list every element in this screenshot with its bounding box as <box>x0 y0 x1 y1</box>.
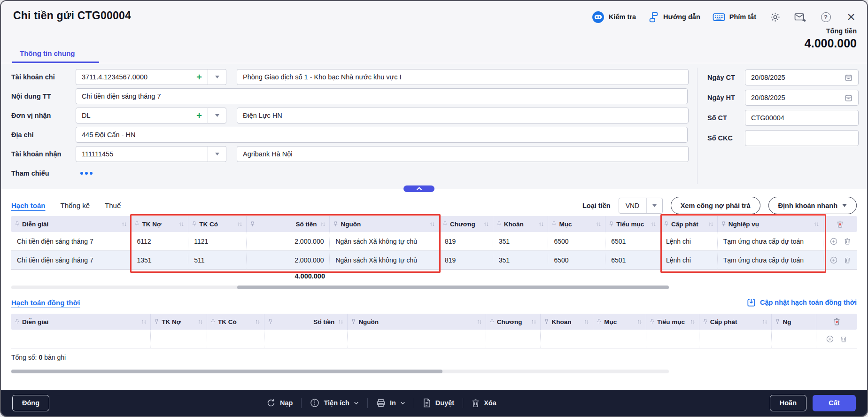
cell-tk-co[interactable] <box>207 330 264 348</box>
scrollbar-thumb[interactable] <box>237 286 669 289</box>
cell-tk-no[interactable]: 6112 <box>131 232 188 250</box>
calendar-icon[interactable] <box>845 94 852 102</box>
delete-column-icon[interactable] <box>837 220 844 228</box>
pin-icon[interactable] <box>650 319 654 324</box>
sort-icon[interactable] <box>708 222 713 227</box>
sort-icon[interactable] <box>596 222 601 227</box>
pin-icon[interactable] <box>703 319 707 324</box>
shortcut-button[interactable]: Phím tắt <box>713 12 756 22</box>
collapse-form-button[interactable] <box>403 185 434 192</box>
sort-icon[interactable] <box>690 319 695 324</box>
pin-icon[interactable] <box>192 221 196 227</box>
sort-icon[interactable] <box>338 319 343 324</box>
pin-icon[interactable] <box>155 319 159 324</box>
pin-icon[interactable] <box>664 221 668 227</box>
col-so-tien[interactable]: Số tiền <box>247 216 330 232</box>
save-button[interactable]: Cất <box>813 395 856 411</box>
account-recv-name-input[interactable]: Agribank Hà Nội <box>237 146 689 162</box>
cell-muc[interactable] <box>593 330 646 348</box>
pin-icon[interactable] <box>552 221 556 227</box>
col-tk-co[interactable]: TK Có <box>207 314 264 330</box>
pin-icon[interactable] <box>211 319 215 324</box>
cell-chuong[interactable] <box>486 330 541 348</box>
pin-icon[interactable] <box>497 221 501 227</box>
approve-button[interactable]: Duyệt <box>423 398 454 408</box>
cell-chuong[interactable]: 819 <box>439 251 493 269</box>
pin-icon[interactable] <box>135 221 139 227</box>
sort-icon[interactable] <box>637 319 642 324</box>
col-dien-giai[interactable]: Diễn giải <box>11 216 131 232</box>
address-input[interactable]: 445 Đội Cấn - HN <box>76 127 688 143</box>
tab-hach-toan-dong-thoi[interactable]: Hạch toán đồng thời <box>11 299 80 307</box>
account-recv-code-input[interactable]: 111111455 <box>76 146 208 162</box>
sort-icon[interactable] <box>531 319 536 324</box>
account-pay-code-input[interactable]: 3711.4.1234567.0000 + <box>76 69 208 85</box>
date-ht-input[interactable]: 20/08/2025 <box>745 90 859 106</box>
cell-tk-no[interactable] <box>151 330 207 348</box>
delete-row-icon[interactable] <box>840 335 847 342</box>
close-button[interactable]: × <box>845 10 858 23</box>
cell-nguon[interactable] <box>348 330 486 348</box>
cell-tk-co[interactable]: 511 <box>188 251 247 269</box>
sort-icon[interactable] <box>762 319 767 324</box>
quick-entry-button[interactable]: Định khoản nhanh <box>768 197 857 214</box>
col-nghiep-vu[interactable]: Nghiệp vụ <box>718 216 823 232</box>
reference-ellipsis-button[interactable] <box>80 172 93 175</box>
col-nguon[interactable]: Nguồn <box>348 314 486 330</box>
sort-icon[interactable] <box>141 319 147 324</box>
col-tk-no[interactable]: TK Nợ <box>151 314 207 330</box>
scrollbar-thumb[interactable] <box>11 370 442 373</box>
add-icon[interactable]: + <box>196 111 202 120</box>
pin-icon[interactable] <box>544 319 549 324</box>
account-pay-dropdown-button[interactable] <box>208 69 226 85</box>
col-chuong[interactable]: Chương <box>439 216 493 232</box>
account-recv-dropdown-button[interactable] <box>208 146 226 162</box>
pin-icon[interactable] <box>609 221 613 227</box>
tab-thue[interactable]: Thuế <box>105 201 121 209</box>
sort-icon[interactable] <box>179 222 184 227</box>
pin-icon[interactable] <box>443 221 447 227</box>
postpone-button[interactable]: Hoãn <box>770 395 806 411</box>
settings-button[interactable] <box>768 10 782 23</box>
cell-cap-phat[interactable] <box>699 330 772 348</box>
sort-icon[interactable] <box>430 222 435 227</box>
cell-tieu-muc[interactable]: 6501 <box>605 232 660 250</box>
send-mail-button[interactable] <box>794 10 807 23</box>
tab-thong-ke[interactable]: Thống kê <box>61 201 90 209</box>
delete-row-icon[interactable] <box>844 256 851 263</box>
receiver-dropdown-button[interactable] <box>208 108 226 124</box>
cell-nghiep-vu[interactable] <box>772 330 816 348</box>
delete-row-icon[interactable] <box>844 238 851 245</box>
pin-icon[interactable] <box>775 319 780 324</box>
pin-icon[interactable] <box>721 221 726 227</box>
add-icon[interactable]: + <box>196 72 202 82</box>
tab-general-info[interactable]: Thông tin chung <box>12 49 99 63</box>
delete-column-icon[interactable] <box>833 318 840 325</box>
col-tk-no[interactable]: TK Nợ <box>131 216 188 232</box>
col-muc[interactable]: Mục <box>593 314 646 330</box>
cell-muc[interactable]: 6500 <box>548 251 605 269</box>
add-row-icon[interactable] <box>826 335 834 343</box>
receiver-code-input[interactable]: DL + <box>76 108 208 124</box>
currency-select[interactable]: VND <box>619 198 663 214</box>
cell-dien-giai[interactable] <box>11 330 151 348</box>
col-khoan[interactable]: Khoản <box>541 314 593 330</box>
sort-icon[interactable] <box>255 319 260 324</box>
col-so-tien[interactable]: Số tiền <box>264 314 348 330</box>
add-row-icon[interactable] <box>830 238 837 245</box>
reload-button[interactable]: Nạp <box>266 398 293 408</box>
col-cap-phat[interactable]: Cấp phát <box>699 314 772 330</box>
pin-icon[interactable] <box>490 319 494 324</box>
pin-icon[interactable] <box>597 319 601 324</box>
help-button[interactable]: ? <box>819 10 832 23</box>
so-ct-input[interactable]: CTG00004 <box>745 110 859 126</box>
cell-so-tien[interactable]: 2.000.000 <box>247 251 330 269</box>
col-khoan[interactable]: Khoản <box>493 216 549 232</box>
cell-so-tien[interactable]: 2.000.000 <box>247 232 330 250</box>
cell-cap-phat[interactable]: Lệnh chi <box>660 251 718 269</box>
sort-icon[interactable] <box>484 222 489 227</box>
guide-button[interactable]: Hướng dẫn <box>648 12 700 23</box>
col-muc[interactable]: Mục <box>548 216 605 232</box>
col-nghiep-vu-truncated[interactable]: Ng <box>772 314 816 330</box>
cell-tieu-muc[interactable] <box>646 330 699 348</box>
